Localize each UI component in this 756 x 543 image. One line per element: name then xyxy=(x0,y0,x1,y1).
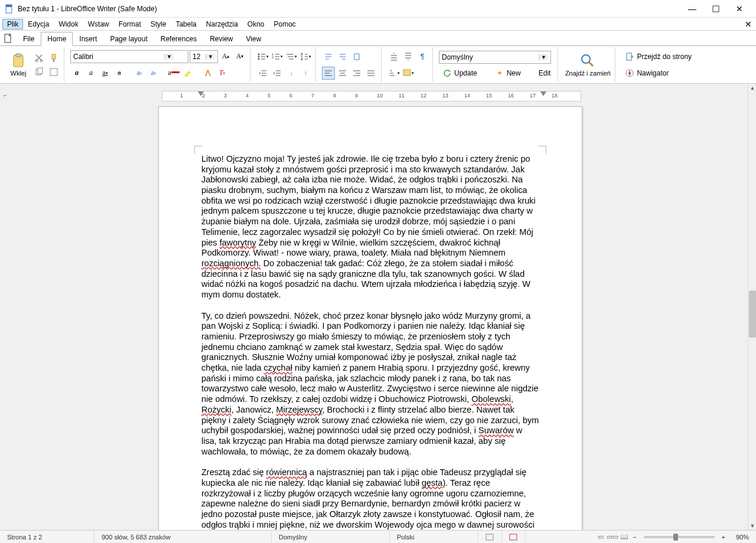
tab-review[interactable]: Review xyxy=(203,32,239,45)
paste-label: Wklej xyxy=(11,70,27,77)
tab-insert[interactable]: Insert xyxy=(73,32,103,45)
space-before-icon[interactable] xyxy=(387,50,400,63)
document-page[interactable]: Litwo! Ojczyzno moja! Ty jesteś jak zdro… xyxy=(158,106,582,530)
bullet-list-icon[interactable]: ▾ xyxy=(256,50,269,63)
paragraph[interactable]: Ty, co dzień powszedni. Nóżek, choć prze… xyxy=(201,311,539,457)
menu-style[interactable]: Style xyxy=(146,19,171,30)
view-book-icon[interactable]: 📖 xyxy=(620,532,629,542)
status-words[interactable]: 900 słów, 5 683 znaków xyxy=(94,531,272,543)
find-replace-button[interactable]: Znajdź i zamień xyxy=(564,48,611,82)
menu-pomoc[interactable]: Pomoc xyxy=(269,19,301,30)
zoom-in-icon[interactable]: + xyxy=(719,534,728,541)
tab-view[interactable]: View xyxy=(240,32,268,45)
status-insert-mode[interactable] xyxy=(478,531,502,543)
char-format-icon[interactable] xyxy=(201,67,214,80)
grow-font-icon[interactable]: A▴ xyxy=(219,50,232,63)
underline-icon[interactable]: a▾ xyxy=(99,67,112,80)
menu-edycja[interactable]: Edycja xyxy=(23,19,54,30)
maximize-button[interactable] xyxy=(704,1,728,17)
scroll-down-icon[interactable]: ▼ xyxy=(748,522,756,530)
view-single-icon[interactable]: ▭ xyxy=(596,532,605,542)
vertical-scrollbar[interactable]: ▲ ▼ xyxy=(748,84,756,530)
line-spacing-icon[interactable]: ▾ xyxy=(299,50,312,63)
close-button[interactable]: ✕ xyxy=(728,1,751,17)
move-down-icon[interactable]: ↓ xyxy=(285,67,298,80)
font-size-combo[interactable]: ▼ xyxy=(190,50,218,63)
clone-format-icon[interactable] xyxy=(47,66,60,78)
zoom-out-icon[interactable]: − xyxy=(630,534,638,541)
align-justify-icon[interactable] xyxy=(364,67,377,80)
vertical-text-icon[interactable] xyxy=(350,50,363,63)
status-style[interactable]: Domyślny xyxy=(272,531,390,543)
indent-increase-icon[interactable] xyxy=(271,67,284,80)
copy-icon[interactable] xyxy=(32,66,45,78)
minimize-button[interactable]: — xyxy=(680,1,704,17)
status-signature[interactable] xyxy=(502,531,526,543)
edit-style-button[interactable]: Edit xyxy=(535,68,555,78)
subscript-icon[interactable]: ab xyxy=(147,67,160,80)
chevron-down-icon[interactable]: ▼ xyxy=(164,54,174,60)
strikethrough-icon[interactable]: a xyxy=(113,67,126,80)
goto-page-button[interactable]: Przejdź do strony xyxy=(621,51,695,63)
menu-tabela[interactable]: Tabela xyxy=(171,19,201,30)
close-document-button[interactable]: ✕ xyxy=(743,19,754,29)
ribbon-tabs: File Home Insert Page layout References … xyxy=(0,31,756,46)
font-size-input[interactable] xyxy=(190,51,206,63)
chevron-down-icon[interactable]: ▼ xyxy=(539,54,548,60)
paragraph-style-combo[interactable]: ▼ xyxy=(439,51,551,64)
svg-point-12 xyxy=(258,53,260,55)
paragraph-style-input[interactable] xyxy=(439,51,539,63)
menu-okno[interactable]: Okno xyxy=(243,19,269,30)
zoom-slider[interactable] xyxy=(644,536,715,538)
menu-format[interactable]: Format xyxy=(114,19,146,30)
menu-plik[interactable]: Plik xyxy=(2,19,23,30)
view-multi-icon[interactable]: ▭▭ xyxy=(608,532,617,542)
number-list-icon[interactable]: 12▾ xyxy=(271,50,284,63)
align-left-icon[interactable] xyxy=(322,67,335,80)
chevron-down-icon[interactable]: ▼ xyxy=(206,54,215,60)
tab-home[interactable]: Home xyxy=(41,32,73,46)
pilcrow-icon[interactable]: ¶ xyxy=(416,50,429,63)
font-name-input[interactable] xyxy=(71,51,164,63)
format-paintbrush-icon[interactable] xyxy=(47,51,60,64)
menu-narzedzia[interactable]: Narzędzia xyxy=(201,19,243,30)
new-document-icon[interactable] xyxy=(2,32,14,44)
sort-icon[interactable]: ▾ xyxy=(387,67,400,80)
ltr-icon[interactable] xyxy=(322,50,335,63)
status-language[interactable]: Polski xyxy=(390,531,478,543)
status-zoom[interactable]: 90% xyxy=(728,531,756,543)
highlight-icon[interactable] xyxy=(181,67,194,80)
find-replace-label: Znajdź i zamień xyxy=(565,70,611,77)
shrink-font-icon[interactable]: A▾ xyxy=(233,50,246,63)
paragraph[interactable]: Zresztą zdać się rówiennicą a najstraszn… xyxy=(201,467,539,530)
bold-icon[interactable]: a xyxy=(70,67,83,80)
space-after-icon[interactable] xyxy=(402,50,415,63)
font-color-icon[interactable]: a xyxy=(167,67,180,80)
navigator-button[interactable]: Nawigator xyxy=(621,67,672,79)
move-up-icon[interactable]: ↑ xyxy=(299,67,312,80)
update-style-button[interactable]: Update xyxy=(439,67,481,79)
align-center-icon[interactable] xyxy=(336,67,349,80)
status-page[interactable]: Strona 1 z 2 xyxy=(0,531,94,543)
menu-wstaw[interactable]: Wstaw xyxy=(83,19,114,30)
superscript-icon[interactable]: ab xyxy=(133,67,146,80)
clear-format-icon[interactable]: Tx xyxy=(216,67,229,80)
font-name-combo[interactable]: ▼ xyxy=(70,50,188,63)
outline-icon[interactable]: ▾ xyxy=(285,50,298,63)
horizontal-ruler[interactable]: 123456789101112131415161718 xyxy=(162,91,581,102)
background-color-icon[interactable]: ▾ xyxy=(402,67,415,80)
scrollbar-thumb[interactable] xyxy=(749,290,756,338)
paste-button[interactable]: Wklej xyxy=(6,48,31,82)
indent-decrease-icon[interactable] xyxy=(256,67,269,80)
new-style-button[interactable]: ✦New xyxy=(491,67,524,79)
tab-references[interactable]: References xyxy=(154,32,203,45)
menu-widok[interactable]: Widok xyxy=(54,19,83,30)
italic-icon[interactable]: a xyxy=(84,67,97,80)
scroll-up-icon[interactable]: ▲ xyxy=(748,84,756,92)
align-right-icon[interactable] xyxy=(350,67,363,80)
tab-page-layout[interactable]: Page layout xyxy=(103,32,154,45)
paragraph[interactable]: Litwo! Ojczyzno moja! Ty jesteś jak zdro… xyxy=(201,154,539,300)
rtl-icon[interactable] xyxy=(336,50,349,63)
cut-icon[interactable] xyxy=(32,51,45,64)
tab-file[interactable]: File xyxy=(17,32,41,45)
